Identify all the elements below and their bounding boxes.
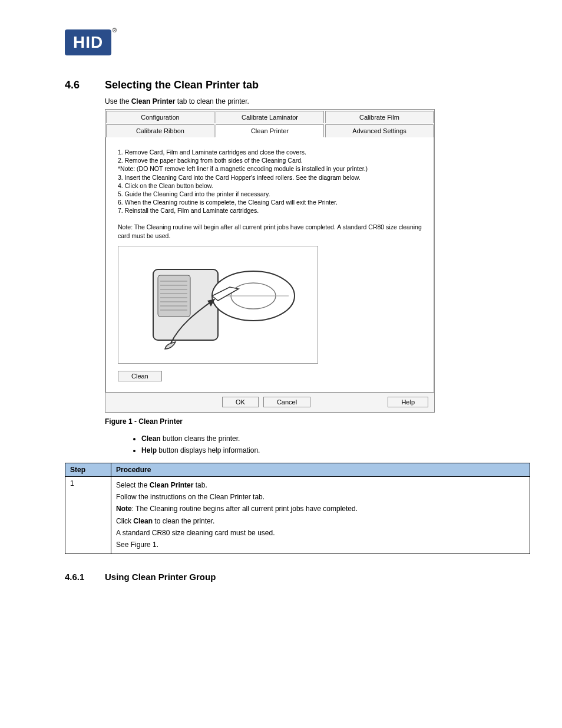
tabs-row-1: Configuration Calibrate Laminator Calibr… <box>105 110 434 123</box>
instr-note: *Note: (DO NOT remove left liner if a ma… <box>118 164 422 173</box>
bullet-list: Clean button cleans the printer. Help bu… <box>130 433 527 457</box>
hid-logo: HID ® <box>65 29 111 55</box>
p4-bold: Clean <box>133 517 153 525</box>
bullet-clean-bold: Clean <box>141 434 161 443</box>
p2: Follow the instructions on the Clean Pri… <box>116 491 525 503</box>
tab-body: 1. Remove Card, Film and Laminate cartri… <box>105 137 434 393</box>
help-button[interactable]: Help <box>388 397 428 407</box>
instr-2: 2. Remove the paper backing from both si… <box>118 156 422 164</box>
intro-bold: Clean Printer <box>131 97 176 106</box>
table-header-row: Step Procedure <box>65 463 530 476</box>
bullet-clean: Clean button cleans the printer. <box>141 433 527 444</box>
instructions: 1. Remove Card, Film and Laminate cartri… <box>118 148 422 215</box>
instr-5: 5. Guide the Cleaning Card into the prin… <box>118 190 422 198</box>
tab-configuration[interactable]: Configuration <box>106 111 214 123</box>
tab-calibrate-film[interactable]: Calibrate Film <box>325 111 434 123</box>
p4-prefix: Click <box>116 517 133 525</box>
bullet-help-rest: button displays help information. <box>157 446 260 454</box>
printer-illustration-icon <box>130 255 306 355</box>
section-number: 4.6 <box>65 79 105 91</box>
subsection-heading: 4.6.1 Using Clean Printer Group <box>65 572 527 582</box>
p5: A standard CR80 size cleaning card must … <box>116 527 525 539</box>
tab-clean-printer[interactable]: Clean Printer <box>216 124 324 137</box>
registered-mark: ® <box>113 27 117 34</box>
bullet-help: Help button displays help information. <box>141 444 527 456</box>
p1-bold: Clean Printer <box>150 481 194 489</box>
p1-suffix: tab. <box>193 481 207 489</box>
cell-step: 1 <box>65 476 111 554</box>
instr-7: 7. Reinstall the Card, Film and Laminate… <box>118 206 422 215</box>
p4-suffix: to clean the printer. <box>153 517 214 525</box>
instr-6: 6. When the Cleaning routine is compelet… <box>118 198 422 206</box>
subsection-title: Using Clean Printer Group <box>105 572 216 582</box>
intro-suffix: tab to clean the printer. <box>175 97 249 106</box>
intro-prefix: Use the <box>105 97 131 106</box>
tab-calibrate-ribbon[interactable]: Calibrate Ribbon <box>106 124 214 137</box>
instr-3: 3. Insert the Cleaning Card into the Car… <box>118 173 422 182</box>
cleaning-note: Note: The Cleaning routine will begin af… <box>118 223 422 239</box>
logo-text: HID <box>73 33 103 51</box>
header-procedure: Procedure <box>111 463 530 476</box>
figure-caption: Figure 1 - Clean Printer <box>105 417 527 426</box>
tabs-row-2: Calibrate Ribbon Clean Printer Advanced … <box>105 123 434 137</box>
bullet-clean-rest: button cleans the printer. <box>161 434 240 443</box>
clean-button-row: Clean <box>118 371 422 381</box>
header-step: Step <box>65 463 111 476</box>
tab-calibrate-laminator[interactable]: Calibrate Laminator <box>216 111 324 123</box>
dialog-button-row: OK Cancel Help <box>105 393 434 412</box>
table-row: 1 Select the Clean Printer tab. Follow t… <box>65 476 530 554</box>
subsection-number: 4.6.1 <box>65 572 105 582</box>
tab-advanced-settings[interactable]: Advanced Settings <box>325 124 434 137</box>
p1-prefix: Select the <box>116 481 150 489</box>
p3-rest: : The Cleaning routine begins after all … <box>132 505 358 513</box>
intro-text: Use the Clean Printer tab to clean the p… <box>105 97 527 106</box>
p3-bold: Note <box>116 505 132 513</box>
section-title: Selecting the Clean Printer tab <box>105 79 259 91</box>
ok-button[interactable]: OK <box>222 397 259 407</box>
bullet-help-bold: Help <box>141 446 157 454</box>
instr-1: 1. Remove Card, Film and Laminate cartri… <box>118 148 422 156</box>
cancel-button[interactable]: Cancel <box>263 397 310 407</box>
procedure-table: Step Procedure 1 Select the Clean Printe… <box>65 463 530 554</box>
section-heading: 4.6 Selecting the Clean Printer tab <box>65 79 527 91</box>
p6: See Figure 1. <box>116 539 525 551</box>
printer-diagram <box>118 246 318 364</box>
cell-procedure: Select the Clean Printer tab. Follow the… <box>111 476 530 554</box>
dialog-screenshot: Configuration Calibrate Laminator Calibr… <box>105 109 435 413</box>
instr-4: 4. Click on the Clean button below. <box>118 182 422 190</box>
clean-button[interactable]: Clean <box>118 371 162 381</box>
